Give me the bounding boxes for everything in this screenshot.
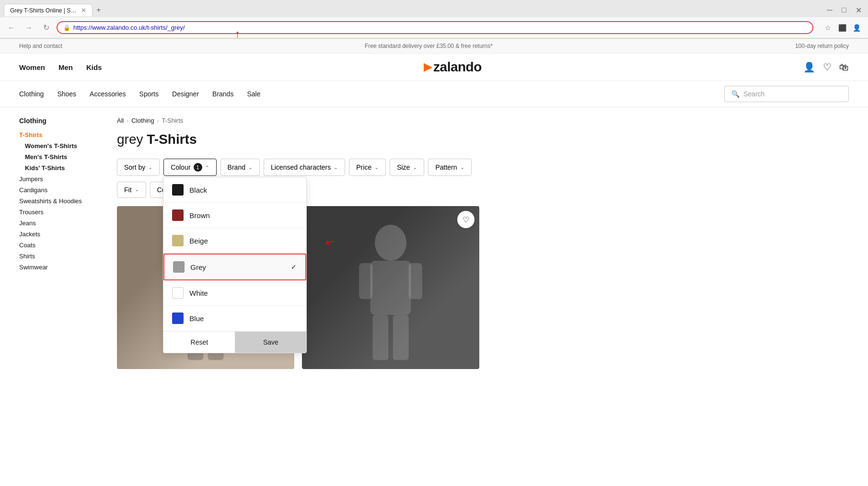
fit-label: Fit bbox=[124, 186, 132, 194]
logo-play-icon: ▶ bbox=[424, 61, 432, 73]
breadcrumb-all[interactable]: All bbox=[117, 117, 124, 124]
sidebar-item-womens-tshirts[interactable]: Women's T-Shirts bbox=[19, 140, 105, 151]
browser-chrome: Grey T-Shirts Online | Shop You... ✕ + ─… bbox=[0, 0, 868, 39]
filter-price[interactable]: Price ⌄ bbox=[349, 159, 386, 176]
colour-save-button[interactable]: Save bbox=[235, 332, 306, 353]
sidebar-item-kids-tshirts[interactable]: Kids' T-Shirts bbox=[19, 162, 105, 174]
product-card-2[interactable]: ♡ bbox=[302, 206, 479, 369]
refresh-button[interactable]: ↻ bbox=[39, 21, 53, 35]
colour-item-blue[interactable]: Blue bbox=[163, 306, 306, 331]
close-window-button[interactable]: ✕ bbox=[853, 4, 864, 16]
sidebar-item-jumpers[interactable]: Jumpers bbox=[19, 174, 105, 185]
sub-nav-clothing[interactable]: Clothing bbox=[19, 90, 44, 98]
sidebar-item-mens-tshirts[interactable]: Men's T-Shirts bbox=[19, 151, 105, 162]
fit-chevron: ⌄ bbox=[135, 186, 139, 193]
browser-tab-active[interactable]: Grey T-Shirts Online | Shop You... ✕ bbox=[4, 4, 93, 16]
tab-close-button[interactable]: ✕ bbox=[81, 7, 86, 14]
sidebar-item-tshirts[interactable]: T-Shirts bbox=[19, 129, 105, 140]
colour-chevron-up: ⌄ bbox=[205, 164, 209, 171]
colour-filter-container: Colour 1 ⌄ Black Brown bbox=[163, 159, 216, 176]
wishlist-button-2[interactable]: ♡ bbox=[457, 211, 475, 228]
sub-nav-shoes[interactable]: Shoes bbox=[57, 90, 76, 98]
size-label: Size bbox=[397, 163, 410, 171]
colour-reset-button[interactable]: Reset bbox=[163, 332, 235, 353]
maximize-button[interactable]: □ bbox=[838, 4, 850, 16]
colour-item-beige[interactable]: Beige bbox=[163, 228, 306, 254]
back-button[interactable]: ← bbox=[5, 21, 18, 35]
profile-button[interactable]: 👤 bbox=[850, 21, 863, 35]
site-logo[interactable]: ▶ zalando bbox=[111, 59, 794, 75]
sidebar-heading: Clothing bbox=[19, 117, 105, 125]
sidebar-item-jeans[interactable]: Jeans bbox=[19, 218, 105, 229]
sidebar-item-cardigans[interactable]: Cardigans bbox=[19, 185, 105, 196]
nav-men[interactable]: Men bbox=[58, 63, 73, 71]
product-image-2 bbox=[302, 206, 479, 369]
sub-nav-accessories[interactable]: Accessories bbox=[90, 90, 126, 98]
svg-point-6 bbox=[375, 225, 406, 261]
sidebar-item-swimwear[interactable]: Swimwear bbox=[19, 262, 105, 273]
site-header: Women Men Kids ▶ zalando 👤 ♡ 🛍 bbox=[0, 54, 868, 81]
sub-nav-designer[interactable]: Designer bbox=[172, 90, 199, 98]
licensed-characters-label: Licensed characters bbox=[271, 163, 331, 171]
svg-rect-8 bbox=[359, 263, 372, 299]
nav-kids[interactable]: Kids bbox=[86, 63, 102, 71]
forward-button[interactable]: → bbox=[22, 21, 35, 35]
sidebar: Clothing T-Shirts Women's T-Shirts Men's… bbox=[19, 117, 105, 369]
wishlist-icon[interactable]: ♡ bbox=[823, 61, 832, 73]
browser-nav-bar: ← → ↻ 🔒 ☆ ⬛ 👤 ↑ bbox=[0, 17, 868, 38]
sub-nav-sports[interactable]: Sports bbox=[139, 90, 159, 98]
new-tab-button[interactable]: + bbox=[93, 3, 104, 17]
extensions-button[interactable]: ⬛ bbox=[835, 21, 849, 35]
colour-check-grey: ✓ bbox=[291, 263, 297, 271]
colour-swatch-beige bbox=[172, 235, 184, 246]
filter-brand[interactable]: Brand ⌄ bbox=[220, 159, 260, 176]
colour-name-brown: Brown bbox=[189, 211, 298, 220]
search-box[interactable]: 🔍 Search bbox=[724, 86, 849, 102]
logo-text: zalando bbox=[433, 59, 482, 75]
sub-nav-sale[interactable]: Sale bbox=[247, 90, 260, 98]
colour-badge: 1 bbox=[194, 163, 202, 172]
filter-licensed-characters[interactable]: Licensed characters ⌄ bbox=[264, 159, 345, 176]
sidebar-item-sweatshirts[interactable]: Sweatshirts & Hoodies bbox=[19, 196, 105, 207]
breadcrumb-sep-1: › bbox=[127, 118, 128, 124]
minimize-button[interactable]: ─ bbox=[824, 4, 835, 16]
sidebar-item-coats[interactable]: Coats bbox=[19, 240, 105, 251]
colour-item-brown[interactable]: Brown bbox=[163, 203, 306, 228]
size-chevron: ⌄ bbox=[413, 164, 417, 171]
filter-sort-by[interactable]: Sort by ⌄ bbox=[117, 159, 160, 176]
svg-rect-9 bbox=[408, 263, 422, 299]
nav-women[interactable]: Women bbox=[19, 63, 45, 71]
colour-item-black[interactable]: Black bbox=[163, 177, 306, 203]
url-input[interactable] bbox=[73, 24, 807, 31]
colour-name-grey: Grey bbox=[190, 263, 285, 271]
lock-icon: 🔒 bbox=[63, 24, 70, 31]
bookmark-button[interactable]: ☆ bbox=[821, 21, 834, 35]
breadcrumb-current: T-Shirts bbox=[162, 117, 184, 124]
colour-swatch-grey bbox=[173, 261, 185, 273]
sort-by-label: Sort by bbox=[124, 163, 145, 171]
breadcrumb-clothing[interactable]: Clothing bbox=[131, 117, 154, 124]
search-placeholder: Search bbox=[743, 90, 764, 98]
address-bar[interactable]: 🔒 bbox=[57, 21, 813, 34]
colour-item-grey[interactable]: Grey ✓ ↙ bbox=[163, 254, 306, 280]
filter-size[interactable]: Size ⌄ bbox=[390, 159, 424, 176]
filter-colour[interactable]: Colour 1 ⌄ bbox=[163, 159, 216, 176]
colour-swatch-brown bbox=[172, 209, 184, 221]
cart-icon[interactable]: 🛍 bbox=[839, 62, 849, 73]
product-figure-2 bbox=[343, 216, 439, 369]
svg-rect-10 bbox=[372, 315, 388, 360]
account-icon[interactable]: 👤 bbox=[803, 61, 815, 73]
colour-item-white[interactable]: White bbox=[163, 280, 306, 306]
sidebar-item-shirts[interactable]: Shirts bbox=[19, 251, 105, 262]
sidebar-item-trousers[interactable]: Trousers bbox=[19, 207, 105, 218]
browser-tabs: Grey T-Shirts Online | Shop You... ✕ + ─… bbox=[0, 0, 868, 17]
sub-nav-brands[interactable]: Brands bbox=[212, 90, 233, 98]
help-contact-link[interactable]: Help and contact bbox=[19, 43, 62, 49]
delivery-banner: Free standard delivery over £35.00 & fre… bbox=[365, 43, 493, 49]
brand-chevron: ⌄ bbox=[248, 164, 253, 171]
sidebar-item-jackets[interactable]: Jackets bbox=[19, 229, 105, 240]
filter-fit[interactable]: Fit ⌄ bbox=[117, 182, 146, 198]
filter-pattern[interactable]: Pattern ⌄ bbox=[428, 159, 471, 176]
top-banner: Help and contact Free standard delivery … bbox=[0, 39, 868, 54]
pattern-label: Pattern bbox=[435, 163, 457, 171]
